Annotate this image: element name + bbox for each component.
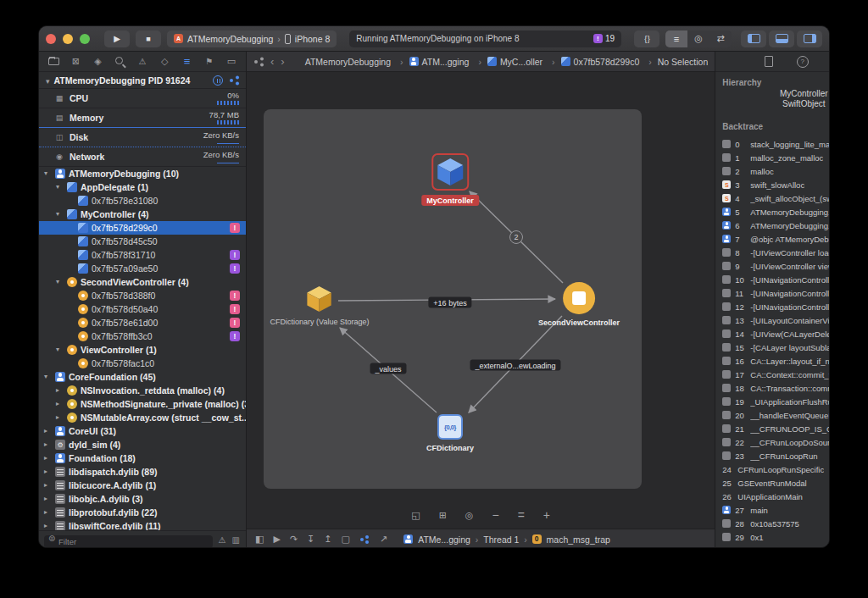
backtrace-row[interactable]: 10 -[UINavigationController _startCu... [715, 273, 830, 286]
disclosure-triangle[interactable] [44, 424, 52, 438]
disclosure-triangle[interactable] [44, 438, 52, 451]
memory-issue-badge[interactable] [230, 291, 240, 301]
disclosure-triangle[interactable] [44, 506, 52, 519]
file-inspector-icon[interactable] [765, 56, 773, 67]
simulate-location-icon[interactable]: ↗ [380, 534, 387, 545]
related-items-icon[interactable] [253, 58, 264, 66]
disclosure-triangle[interactable] [56, 343, 64, 357]
breadcrumb-item[interactable]: ATM...gging [409, 57, 487, 67]
close-button[interactable] [46, 34, 56, 44]
run-button[interactable] [104, 30, 130, 47]
disclosure-triangle[interactable] [44, 479, 52, 492]
graph-node-mycontroller[interactable]: MyController [421, 153, 479, 206]
backtrace-row[interactable]: 26 UIApplicationMain [715, 490, 830, 503]
backtrace-row[interactable]: 3 swift_slowAlloc [715, 178, 830, 191]
report-navigator-icon[interactable] [225, 55, 238, 69]
memory-issue-badge[interactable] [230, 304, 240, 314]
search-navigator-icon[interactable] [114, 55, 127, 69]
tree-row[interactable]: SecondViewController (4) [39, 275, 246, 289]
tree-row[interactable]: 0x7fb578f31710 [39, 248, 246, 262]
zoom-out-icon[interactable]: − [492, 508, 498, 522]
disclosure-triangle[interactable] [56, 397, 64, 411]
breadcrumb-item[interactable]: MyC...oller [487, 57, 561, 67]
tree-row[interactable]: libdispatch.dylib (89) [39, 465, 246, 479]
symbol-navigator-icon[interactable] [92, 55, 105, 69]
continue-icon[interactable]: ▶ [273, 534, 280, 545]
disclosure-triangle[interactable] [44, 370, 52, 384]
tree-row[interactable]: dyld_sim (4) [39, 438, 246, 451]
backtrace-row[interactable]: 14 -[UIView(CALayerDelegate) layou... [715, 327, 830, 341]
tree-row[interactable]: NSInvocation._retdata (malloc) (4) [39, 384, 246, 397]
zoom-actual-icon[interactable]: = [518, 508, 525, 522]
backtrace-row[interactable]: 21 __CFRUNLOOP_IS_CALLING_OUT_... [715, 422, 830, 435]
debug-navigator-icon[interactable] [180, 55, 193, 69]
standard-editor-button[interactable]: ≡ [665, 30, 687, 47]
memory-issue-badge[interactable] [230, 250, 240, 260]
show-all-nodes-icon[interactable]: ⊞ [439, 510, 447, 521]
forward-button[interactable]: › [281, 56, 284, 67]
memory-issue-badge[interactable] [230, 318, 240, 328]
tree-row[interactable]: CoreFoundation (45) [39, 370, 246, 384]
issues-filter-icon[interactable]: ⚠ [218, 535, 227, 545]
toggle-debug-area-button[interactable] [769, 30, 794, 47]
tree-row[interactable]: CoreUI (31) [39, 424, 246, 438]
backtrace-row[interactable]: 24 CFRunLoopRunSpecific [715, 462, 830, 476]
tree-row[interactable]: 0x7fb578d50a40 [39, 302, 246, 316]
breadcrumb-item[interactable]: No Selection [658, 57, 709, 67]
disclosure-triangle[interactable] [44, 492, 52, 506]
disclosure-triangle[interactable] [56, 384, 64, 397]
gauge-row[interactable]: ◉ Network Zero KB/s [39, 147, 246, 167]
source-control-icon[interactable] [69, 55, 82, 69]
backtrace-row[interactable]: 29 0x1 [715, 530, 830, 544]
backtrace-row[interactable]: 27 main [715, 503, 830, 517]
zoom-selection-icon[interactable]: ◱ [411, 510, 420, 521]
quick-help-icon[interactable] [797, 56, 809, 68]
disclosure-triangle[interactable] [44, 451, 52, 465]
runtime-issues-badge[interactable]: 19 [593, 34, 615, 43]
tree-row[interactable]: AppDelegate (1) [39, 180, 246, 194]
tree-row[interactable]: MyController (4) [39, 208, 246, 221]
stop-button[interactable] [136, 30, 161, 47]
gauge-row[interactable]: ◫ Disk Zero KB/s [39, 128, 246, 147]
version-editor-button[interactable]: ⇄ [709, 30, 732, 47]
breadcrumb-item[interactable]: ATMemoryDebugging [292, 57, 409, 67]
backtrace-row[interactable]: 12 -[UINavigationController __viewWi... [715, 300, 830, 313]
step-into-icon[interactable]: ↧ [307, 534, 314, 545]
zoom-button[interactable] [80, 34, 90, 44]
tree-row[interactable]: 0x7fb578e31080 [39, 194, 246, 208]
backtrace-row[interactable]: 11 -[UINavigationController _startDef... [715, 286, 830, 300]
debug-frame-label[interactable]: mach_msg_trap [547, 534, 610, 545]
assistant-editor-button[interactable]: ◎ [687, 30, 709, 47]
code-snippet-button[interactable] [634, 30, 659, 47]
focus-selection-icon[interactable]: ◎ [465, 510, 474, 521]
disclosure-triangle[interactable] [44, 465, 52, 479]
memory-graph-icon[interactable] [359, 535, 370, 544]
disclosure-triangle[interactable] [44, 167, 52, 180]
tree-row[interactable]: NSMethodSignature._private (malloc) (39) [39, 397, 246, 411]
reference-count-badge[interactable]: 2 [509, 230, 523, 244]
tree-row[interactable]: libprotobuf.dylib (22) [39, 506, 246, 519]
graph-canvas[interactable]: MyController CFDictionary (Value Storage… [264, 109, 642, 489]
tree-row[interactable]: libicucore.A.dylib (1) [39, 479, 246, 492]
backtrace-row[interactable]: 1 malloc_zone_malloc [715, 151, 830, 164]
backtrace-row[interactable]: 13 -[UILayoutContainerView layoutS... [715, 313, 830, 327]
gauge-row[interactable]: ▦ CPU 0% [39, 89, 246, 108]
breakpoints-toggle-icon[interactable]: ◧ [255, 534, 264, 545]
backtrace-row[interactable]: 0 stack_logging_lite_malloc [715, 137, 830, 151]
toggle-inspector-button[interactable] [797, 30, 822, 47]
graph-node-cfdictionary-value-storage[interactable]: CFDictionary (Value Storage) [270, 285, 370, 326]
project-navigator-icon[interactable] [47, 55, 60, 69]
memory-issue-badge[interactable] [230, 223, 240, 233]
backtrace-row[interactable]: 4 _swift_allocObject_(swift::TargetHe... [715, 191, 830, 205]
issue-navigator-icon[interactable] [136, 55, 149, 69]
tree-row[interactable]: 0x7fb578d45c50 [39, 235, 246, 248]
step-out-icon[interactable]: ↥ [324, 534, 331, 545]
tree-row[interactable]: ATMemoryDebugging (10) [39, 167, 246, 180]
backtrace-row[interactable]: 9 -[UIViewController view] [715, 259, 830, 273]
layout-filter-icon[interactable]: ▥ [231, 535, 241, 545]
tree-row[interactable]: 0x7fb578fac1c0 [39, 357, 246, 370]
step-over-icon[interactable]: ↷ [290, 534, 298, 545]
backtrace-row[interactable]: 19 _UIApplicationFlushRunLoopCATr... [715, 395, 830, 408]
toggle-navigator-button[interactable] [741, 30, 766, 47]
backtrace-row[interactable]: 18 CA::Transaction::commit() [715, 381, 830, 395]
